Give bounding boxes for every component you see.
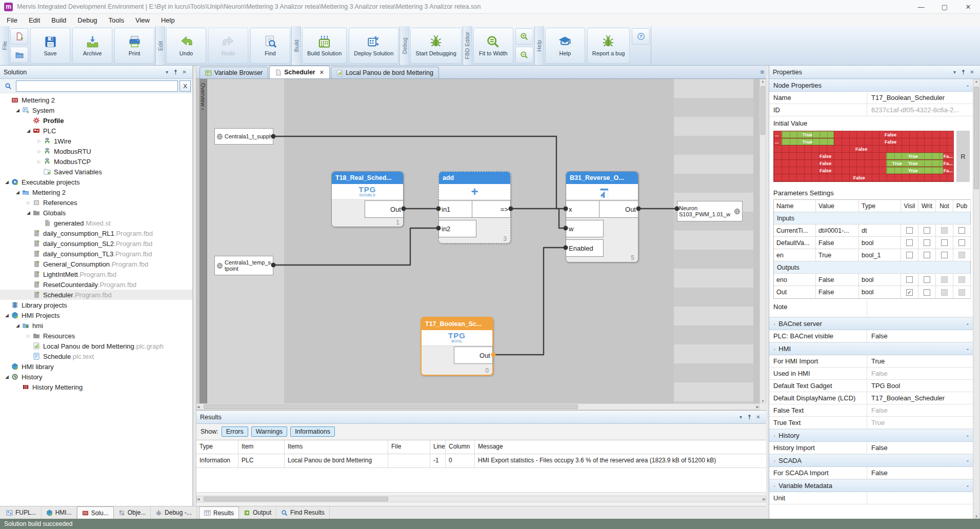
tree-item-profile[interactable]: Profile <box>0 115 192 126</box>
port-dot[interactable] <box>564 246 568 250</box>
port-dot[interactable] <box>271 134 276 139</box>
tree-item-hmi-projects[interactable]: ◢HMI Projects <box>0 310 192 320</box>
fbd-canvas[interactable]: Overview › T18_Real_Sched...TPGDOUBLEOut… <box>196 79 759 403</box>
tree-item-mettering-2[interactable]: ◢Mettering 2 <box>0 187 192 197</box>
io-tag-centrala1-t-supply[interactable]: Centrala1_t_supply <box>214 128 273 145</box>
bottom-tab-debug-[interactable]: Debug -... <box>151 506 197 519</box>
schedule-row[interactable]: FalseTrueFa... <box>774 153 953 160</box>
menu-build[interactable]: Build <box>46 15 72 26</box>
tree-expander-open[interactable]: ◢ <box>25 128 32 133</box>
tree-item-resources[interactable]: ▷Resources <box>0 331 192 341</box>
tree-item-generated[interactable]: generated.Mixed.st <box>0 218 192 228</box>
fbd-block-t17-boolean-scheduler[interactable]: T17_Boolean_Sc...TPGBOOLOut0 <box>421 317 493 376</box>
parameter-row-en[interactable]: enTruebool_1 <box>774 249 970 261</box>
tree-item-globals[interactable]: ◢Globals <box>0 208 192 218</box>
find-button[interactable]: Find <box>250 28 290 64</box>
parameter-row-out[interactable]: OutFalsebool✓ <box>774 286 970 298</box>
checkbox-empty[interactable] <box>924 276 930 283</box>
menu-help[interactable]: Help <box>155 15 181 26</box>
tree-item-1wire[interactable]: ▷1Wire <box>0 136 192 146</box>
tree-item-local-panou-de-bord-mettering[interactable]: Local Panou de bord Mettering.plc.graph <box>0 341 192 351</box>
collapse-icon[interactable]: - <box>967 457 969 464</box>
properties-vscrollbar-thumb[interactable] <box>974 87 979 189</box>
tree-item-history-mettering[interactable]: History Mettering <box>0 382 192 392</box>
property-value[interactable]: 6237c1af-df05-4322-8c6a-2... <box>867 104 973 116</box>
tree-expander-open[interactable]: ◢ <box>25 210 32 215</box>
editor-tab-scheduler[interactable]: Scheduler✕ <box>269 66 330 78</box>
parameter-row-eno[interactable]: enoFalsebool <box>774 274 970 286</box>
checkbox-empty[interactable] <box>958 227 965 234</box>
canvas-vscrollbar-thumb[interactable] <box>761 86 765 135</box>
start-debugging-button[interactable]: Start Debugging <box>410 28 462 64</box>
close-icon[interactable]: ✕ <box>968 69 976 75</box>
property-value[interactable]: False <box>867 442 973 454</box>
tree-item-library-projects[interactable]: Library projects <box>0 300 192 310</box>
io-tag-neuron-s103-pwm[interactable]: Neuron S103_PWM_1.01_w <box>677 201 743 221</box>
schedule-row[interactable]: FalseTrueFa...True <box>774 160 953 167</box>
collapse-icon[interactable]: - <box>967 345 969 353</box>
fbd-block-add[interactable]: add+in1=>in23 <box>438 171 511 243</box>
deploy-solution-button[interactable]: Deploy Solution <box>349 28 398 64</box>
block-input-in2[interactable]: in2 <box>438 220 476 237</box>
tab-list-icon[interactable]: ≡ <box>760 68 764 76</box>
menu-file[interactable]: File <box>1 15 23 26</box>
canvas-vscrollbar[interactable]: ▲▼ <box>759 79 766 403</box>
schedule-row[interactable]: False <box>774 174 953 181</box>
port-dot[interactable] <box>564 207 568 211</box>
parameter-value[interactable]: False <box>816 286 859 298</box>
tree-item-executable-projects[interactable]: ◢Executable projects <box>0 177 192 187</box>
help-button[interactable]: Help <box>545 28 585 64</box>
tree-expander-closed[interactable]: ▷ <box>25 334 32 338</box>
port-dot[interactable] <box>675 207 679 211</box>
panel-menu-icon[interactable]: ▾ <box>736 414 745 420</box>
zoom-out-button[interactable] <box>515 47 533 63</box>
open-solution-button[interactable] <box>10 47 28 63</box>
fbd-wire[interactable] <box>273 228 438 265</box>
tree-item-modbusrtu[interactable]: ▷ModbusRTU <box>0 146 192 156</box>
tree-item-scheduler[interactable]: Scheduler.Program.fbd <box>0 290 192 300</box>
close-icon[interactable]: ✕ <box>956 0 980 13</box>
checkbox-empty[interactable] <box>941 252 948 258</box>
schedule-row[interactable]: ...TrueFalse <box>774 131 953 138</box>
checkbox-empty[interactable] <box>906 252 913 258</box>
collapse-icon[interactable]: - <box>967 320 969 328</box>
tree-item-modbustcp[interactable]: ▷ModbusTCP <box>0 156 192 167</box>
editor-tab-variable-browser[interactable]: Variable Browser <box>199 67 268 78</box>
port-dot[interactable] <box>636 207 641 211</box>
block-input-x[interactable]: x <box>566 200 604 218</box>
property-value[interactable] <box>867 301 973 317</box>
property-value[interactable]: False <box>867 404 973 416</box>
print-button[interactable]: Print <box>114 28 154 64</box>
tree-expander-open[interactable]: ◢ <box>14 108 22 113</box>
checkbox-empty[interactable] <box>941 239 948 246</box>
menu-debug[interactable]: Debug <box>72 15 103 26</box>
build-solution-button[interactable]: Build Solution <box>302 28 347 64</box>
property-value[interactable]: False <box>867 330 973 342</box>
fbd-block-b31-reverse-output[interactable]: B31_Reverse_O...xOutwEnabled5 <box>566 171 638 262</box>
filter-errors-button[interactable]: Errors <box>222 426 248 437</box>
tree-item-history[interactable]: ◢History <box>0 372 192 382</box>
tab-close-icon[interactable]: ✕ <box>319 69 324 76</box>
tree-expander-open[interactable]: ◢ <box>3 374 11 379</box>
fit-to-width-button[interactable]: Fit to Width <box>473 28 513 64</box>
bottom-tab-hmi-[interactable]: HMI... <box>42 506 77 519</box>
fbd-block-t18-real-scheduler[interactable]: T18_Real_Sched...TPGDOUBLEOut1 <box>331 171 404 227</box>
panel-menu-icon[interactable]: ▾ <box>950 69 959 75</box>
minimize-icon[interactable]: — <box>909 0 933 13</box>
block-input-enabled[interactable]: Enabled <box>566 239 604 257</box>
checkbox-empty[interactable] <box>924 289 930 296</box>
property-value[interactable]: True <box>867 417 973 429</box>
property-value[interactable]: False <box>867 368 973 379</box>
checkbox-empty[interactable] <box>924 239 930 246</box>
parameter-value[interactable]: False <box>816 237 859 249</box>
undo-button[interactable]: Undo <box>166 28 206 64</box>
bottom-tab-fupl-[interactable]: FUPL... <box>2 506 42 519</box>
results-hscrollbar[interactable]: ◀▶ <box>196 496 766 502</box>
property-value[interactable]: True <box>867 355 973 367</box>
save-button[interactable]: Save <box>30 28 70 64</box>
bottom-tab-solu-[interactable]: Solu... <box>77 506 114 519</box>
checkbox-empty[interactable] <box>906 239 913 246</box>
block-input-w[interactable]: w <box>566 220 604 237</box>
results-row[interactable]: InformationPLCLocal Panou de bord Metter… <box>196 454 766 468</box>
properties-section-history[interactable]: ·History- <box>769 429 973 442</box>
